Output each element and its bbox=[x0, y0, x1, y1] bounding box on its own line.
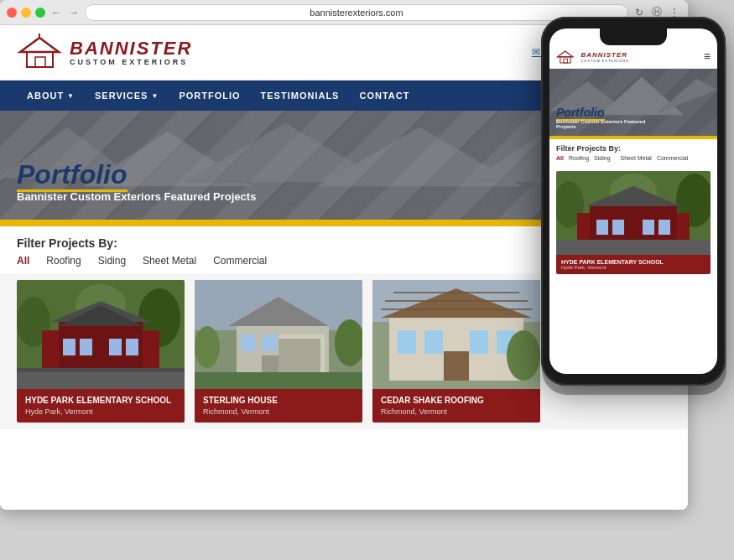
phone-logo-tagline: CUSTOM EXTERIORS bbox=[580, 59, 629, 63]
hero-text: Portfolio Bannister Custom Exteriors Fea… bbox=[17, 159, 256, 203]
phone-screen: BANNISTER CUSTOM EXTERIORS ≡ bbox=[549, 29, 717, 374]
phone-hero-text: Portfolio Bannister Custom Exteriors Fea… bbox=[556, 106, 657, 129]
project-location-1: Hyde Park, Vermont bbox=[25, 407, 176, 416]
chevron-down-icon: ▼ bbox=[151, 92, 159, 100]
project-title-3: CEDAR SHAKE ROOFING bbox=[381, 396, 532, 406]
phone-project-card[interactable]: HYDE PARK ELEMENTARY SCHOOL Hyde Park, V… bbox=[556, 171, 711, 274]
phone-notch bbox=[600, 29, 667, 45]
phone-project-image bbox=[556, 171, 711, 255]
svg-rect-29 bbox=[17, 280, 185, 389]
svg-rect-1 bbox=[27, 52, 53, 67]
phone-filter-buttons: All Roofing Siding Sheet Metal Commercia… bbox=[556, 155, 711, 161]
svg-rect-42 bbox=[195, 280, 362, 389]
logo-tagline: CUSTOM EXTERIORS bbox=[70, 58, 192, 66]
phone-filter: Filter Projects By: All Roofing Siding S… bbox=[549, 139, 717, 166]
project-card-3[interactable]: CEDAR SHAKE ROOFING Richmond, Vermont bbox=[372, 280, 540, 423]
project-image-2 bbox=[195, 280, 362, 389]
nav-portfolio[interactable]: PORTFOLIO bbox=[169, 80, 250, 111]
project-image-3 bbox=[372, 280, 540, 389]
hero-subtitle: Bannister Custom Exteriors Featured Proj… bbox=[17, 190, 256, 203]
logo-brand: BANNISTER bbox=[70, 39, 192, 58]
filter-siding[interactable]: Siding bbox=[98, 255, 126, 267]
filter-all[interactable]: All bbox=[17, 255, 29, 267]
maximize-btn[interactable] bbox=[35, 8, 45, 18]
project-card-1[interactable]: HYDE PARK ELEMENTARY SCHOOL Hyde Park, V… bbox=[17, 280, 185, 423]
filter-roofing[interactable]: Roofing bbox=[46, 255, 81, 267]
project-caption-3: CEDAR SHAKE ROOFING Richmond, Vermont bbox=[372, 389, 540, 423]
svg-rect-56 bbox=[372, 280, 540, 389]
nav-testimonials[interactable]: TESTIMONIALS bbox=[251, 80, 350, 111]
project-caption-2: STERLING HOUSE Richmond, Vermont bbox=[195, 389, 362, 423]
svg-rect-59 bbox=[564, 59, 568, 63]
phone-filter-label: Filter Projects By: bbox=[556, 144, 711, 153]
phone-hero: Portfolio Bannister Custom Exteriors Fea… bbox=[549, 69, 717, 136]
filter-sheet-metal[interactable]: Sheet Metal bbox=[143, 255, 196, 267]
phone-portfolio-subtitle: Bannister Custom Exteriors Featured Proj… bbox=[556, 119, 657, 129]
nav-contact[interactable]: CONTACT bbox=[349, 80, 419, 111]
logo-text: BANNISTER CUSTOM EXTERIORS bbox=[70, 39, 192, 66]
phone-filter-all[interactable]: All bbox=[556, 155, 564, 161]
phone-site-header: BANNISTER CUSTOM EXTERIORS ≡ bbox=[549, 45, 717, 69]
svg-marker-0 bbox=[20, 38, 59, 52]
forward-button[interactable]: → bbox=[67, 6, 81, 19]
project-location-3: Richmond, Vermont bbox=[381, 407, 532, 416]
minimize-btn[interactable] bbox=[21, 8, 31, 18]
svg-rect-2 bbox=[35, 57, 45, 67]
project-title-1: HYDE PARK ELEMENTARY SCHOOL bbox=[25, 396, 176, 406]
phone-frame: BANNISTER CUSTOM EXTERIORS ≡ bbox=[541, 17, 726, 386]
phone-filter-sheet-metal[interactable]: Sheet Metal bbox=[621, 155, 652, 161]
phone-logo: BANNISTER CUSTOM EXTERIORS bbox=[556, 49, 629, 65]
phone-project-title: HYDE PARK ELEMENTARY SCHOOL bbox=[561, 259, 705, 265]
phone-filter-commercial[interactable]: Commercial bbox=[657, 155, 688, 161]
phone-portfolio-title: Portfolio bbox=[556, 106, 657, 119]
svg-rect-76 bbox=[556, 171, 711, 255]
project-caption-1: HYDE PARK ELEMENTARY SCHOOL Hyde Park, V… bbox=[17, 389, 185, 423]
nav-about[interactable]: ABOUT ▼ bbox=[17, 80, 85, 111]
chevron-down-icon: ▼ bbox=[67, 92, 75, 100]
svg-rect-58 bbox=[560, 57, 570, 63]
mobile-device: BANNISTER CUSTOM EXTERIORS ≡ bbox=[541, 17, 726, 386]
logo-icon bbox=[17, 34, 63, 71]
project-card-2[interactable]: STERLING HOUSE Richmond, Vermont bbox=[195, 280, 362, 423]
close-btn[interactable] bbox=[7, 8, 17, 18]
filter-commercial[interactable]: Commercial bbox=[213, 255, 267, 267]
nav-services[interactable]: SERVICES ▼ bbox=[85, 80, 169, 111]
project-image-1 bbox=[17, 280, 185, 389]
url-text: bannisterexteriors.com bbox=[310, 8, 403, 18]
svg-marker-57 bbox=[558, 51, 573, 57]
phone-logo-brand: BANNISTER bbox=[580, 51, 629, 59]
phone-filter-siding[interactable]: Siding bbox=[594, 155, 610, 161]
project-location-2: Richmond, Vermont bbox=[203, 407, 354, 416]
hamburger-icon[interactable]: ≡ bbox=[704, 49, 711, 63]
logo-area: BANNISTER CUSTOM EXTERIORS bbox=[17, 34, 192, 71]
phone-filter-roofing[interactable]: Roofing bbox=[569, 155, 589, 161]
phone-project-caption: HYDE PARK ELEMENTARY SCHOOL Hyde Park, V… bbox=[556, 255, 711, 274]
hero-title: Portfolio bbox=[17, 159, 256, 190]
project-title-2: STERLING HOUSE bbox=[203, 396, 354, 406]
email-icon: ✉ bbox=[532, 46, 540, 58]
phone-project-location: Hyde Park, Vermont bbox=[561, 265, 705, 270]
back-button[interactable]: ← bbox=[49, 6, 63, 19]
